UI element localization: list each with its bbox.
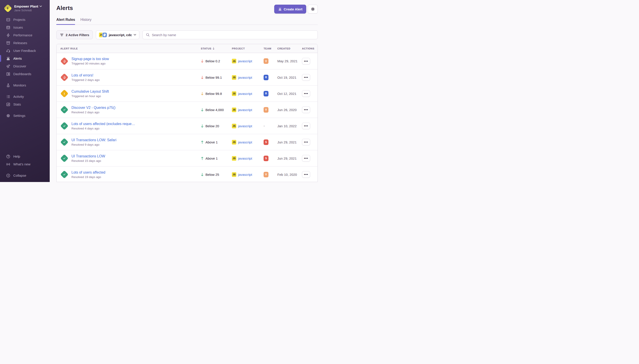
column-header-created: Created <box>277 47 302 50</box>
row-actions-button[interactable]: ••• <box>302 58 310 64</box>
threshold-value: Below 25 <box>205 173 219 176</box>
sidebar-item-alerts[interactable]: Alerts <box>0 54 50 62</box>
create-alert-button[interactable]: Create Alert <box>274 5 306 14</box>
tab-history[interactable]: History <box>80 18 91 25</box>
sidebar-item-collapse[interactable]: Collapse <box>0 172 50 179</box>
row-actions-button[interactable]: ••• <box>302 74 310 81</box>
alert-rule-subtext: Resolved 2 days ago <box>72 110 115 114</box>
created-date: Oct 12, 2021 <box>277 92 302 96</box>
created-date: May 29, 2021 <box>277 59 302 63</box>
javascript-icon: JS <box>232 156 236 161</box>
sidebar-item-settings[interactable]: Settings <box>0 112 50 120</box>
resolved-diamond-icon <box>60 138 68 146</box>
collapse-icon <box>6 173 11 178</box>
created-date: Feb 10, 2020 <box>277 173 302 176</box>
alert-rule-link[interactable]: Signup page is too slow <box>72 57 109 61</box>
settings-button[interactable] <box>308 5 318 14</box>
sidebar-item-releases[interactable]: Releases <box>0 39 50 47</box>
threshold-value: Below 20 <box>205 124 219 128</box>
column-header-project: Project <box>232 47 264 50</box>
project-link[interactable]: javascript <box>238 76 252 79</box>
project-cell: JS javascript <box>232 124 264 128</box>
project-link[interactable]: javascript <box>238 59 252 63</box>
alert-rule-link[interactable]: Lots of users affected (excludes reque… <box>72 122 135 126</box>
sidebar-item-projects[interactable]: Projects <box>0 16 50 24</box>
sidebar-item-activity[interactable]: Activity <box>0 93 50 100</box>
team-cell: V <box>264 107 277 112</box>
project-filter-label: javascript, cdc <box>109 33 132 37</box>
project-link[interactable]: javascript <box>238 173 252 176</box>
threshold-value: Below 99.8 <box>205 92 222 96</box>
javascript-icon: JS <box>232 124 236 128</box>
active-indicator <box>0 55 1 62</box>
search-input[interactable] <box>152 33 314 37</box>
alert-rule-link[interactable]: Lots of errors! <box>72 74 100 77</box>
resolved-diamond-icon <box>60 170 68 179</box>
org-switcher[interactable]: Empower Plant Jane Schmidt <box>0 0 50 15</box>
alert-rule-link[interactable]: Lots of users affected <box>72 170 105 174</box>
sort-down-icon <box>212 47 215 50</box>
sidebar-item-what-s-new[interactable]: What's new <box>0 160 50 168</box>
table-row: Lots of users affected Resolved 19 days … <box>57 166 317 182</box>
column-header-status[interactable]: Status <box>201 47 232 50</box>
table-row: ! Cumulative Layout Shift Triggered an h… <box>57 85 317 102</box>
threshold-value: Above 1 <box>205 140 218 144</box>
table-row: UI Transactions LOW Resolved 15 days ago… <box>57 150 317 166</box>
sidebar-item-performance[interactable]: Performance <box>0 31 50 39</box>
sidebar-item-dashboards[interactable]: Dashboards <box>0 70 50 78</box>
whats-new-icon <box>6 162 11 166</box>
active-filters-button[interactable]: 2 Active Filters <box>56 30 93 39</box>
row-actions-button[interactable]: ••• <box>302 171 310 178</box>
chevron-down-icon <box>40 6 42 7</box>
user-feedback-icon <box>6 48 11 53</box>
settings-icon <box>6 114 11 118</box>
project-link[interactable]: javascript <box>238 140 252 144</box>
alert-rule-link[interactable]: UI Transactions LOW <box>72 154 105 158</box>
alert-rule-link[interactable]: Cumulative Layout Shift <box>72 90 109 94</box>
alert-rule-subtext: Resolved 19 days ago <box>72 175 105 179</box>
alert-rule-link[interactable]: UI Transactions LOW: Safari <box>72 138 116 142</box>
sidebar-item-user-feedback[interactable]: User Feedback <box>0 47 50 54</box>
search-field <box>142 30 318 39</box>
status-cell: Below 25 <box>201 173 232 176</box>
team-avatar: V <box>264 172 268 177</box>
project-link[interactable]: javascript <box>238 156 252 160</box>
table-header-row: Alert Rule Status Project Team Created A… <box>57 44 317 53</box>
projects-icon <box>6 18 11 22</box>
row-actions-button[interactable]: ••• <box>302 122 310 129</box>
sidebar-item-help[interactable]: Help <box>0 152 50 160</box>
releases-icon <box>6 41 11 45</box>
arrow-down-icon <box>201 76 204 79</box>
project-filter-dropdown[interactable]: JS javascript, cdc <box>96 30 139 39</box>
search-icon <box>146 33 150 37</box>
status-cell: Below 99.1 <box>201 76 232 79</box>
row-actions-button[interactable]: ••• <box>302 139 310 146</box>
threshold-value: Above 1 <box>205 156 218 160</box>
resolved-diamond-icon <box>60 154 68 162</box>
alert-rule-link[interactable]: Discover V2 - Queries p75() <box>72 106 115 110</box>
sidebar-item-monitors[interactable]: Monitors <box>0 81 50 89</box>
project-link[interactable]: javascript <box>238 92 252 96</box>
row-actions-button[interactable]: ••• <box>302 90 310 97</box>
project-link[interactable]: javascript <box>238 124 252 128</box>
discover-icon <box>6 64 11 68</box>
siren-icon <box>278 7 282 11</box>
threshold-value: Below 99.1 <box>205 76 222 79</box>
row-actions-button[interactable]: ••• <box>302 155 310 162</box>
javascript-icon: JS <box>232 108 236 112</box>
sidebar-item-discover[interactable]: Discover <box>0 62 50 70</box>
arrow-up-icon <box>201 156 204 160</box>
row-actions-button[interactable]: ••• <box>302 106 310 113</box>
project-cell: JS javascript <box>232 59 264 64</box>
performance-icon <box>6 33 11 38</box>
team-cell: S <box>264 156 277 161</box>
project-link[interactable]: javascript <box>238 108 252 112</box>
sidebar-item-stats[interactable]: Stats <box>0 100 50 108</box>
tab-alert-rules[interactable]: Alert Rules <box>56 18 75 25</box>
sidebar-item-issues[interactable]: Issues <box>0 24 50 31</box>
team-avatar: S <box>264 156 268 161</box>
monitors-icon <box>6 83 11 88</box>
resolved-diamond-icon <box>60 122 68 130</box>
alert-rule-subtext: Resolved 9 days ago <box>72 143 116 146</box>
threshold-value: Below 4,000 <box>205 108 224 112</box>
